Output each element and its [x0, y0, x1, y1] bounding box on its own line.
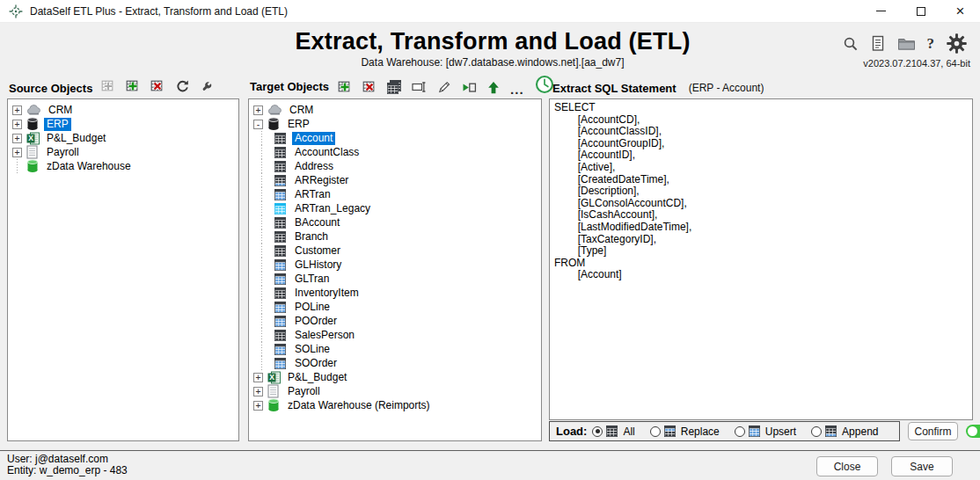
minimize-icon[interactable] [861, 0, 901, 22]
tree-item-label[interactable]: GLHistory [292, 258, 344, 272]
tree-item-label[interactable]: Branch [292, 230, 331, 244]
collapse-icon[interactable]: - [253, 120, 263, 129]
tree-item-p-l-budget[interactable]: +XP&L_Budget [8, 131, 238, 145]
run-icon[interactable] [462, 81, 477, 94]
tree-item-arregister[interactable]: ARRegister [249, 173, 541, 187]
maximize-icon[interactable] [901, 0, 940, 22]
radio-upsert[interactable] [735, 426, 745, 437]
tree-item-label[interactable]: POOrder [292, 315, 340, 328]
tree-item-baccount[interactable]: BAccount [249, 215, 541, 229]
tree-item-poorder[interactable]: POOrder [249, 314, 541, 328]
tree-item-gltran[interactable]: GLTran [249, 272, 541, 286]
load-option-replace[interactable]: Replace [650, 425, 720, 438]
tree-item-label[interactable]: zData Warehouse [44, 160, 134, 173]
tree-item-label[interactable]: AccountClass [292, 146, 362, 159]
tree-item-accountclass[interactable]: AccountClass [249, 145, 541, 159]
save-button[interactable]: Save [891, 456, 953, 476]
tree-item-label[interactable]: SOOrder [292, 357, 340, 370]
more-icon[interactable]: ... [510, 85, 524, 94]
tree-item-artran-legacy[interactable]: ARTran_Legacy [249, 201, 541, 215]
tree-item-label[interactable]: Account [292, 132, 335, 145]
load-option-all[interactable]: All [592, 425, 634, 438]
edit-pencil-icon[interactable] [437, 80, 451, 94]
tree-item-label[interactable]: zData Warehouse (Reimports) [285, 399, 433, 412]
expand-icon[interactable]: + [12, 105, 22, 115]
add-source-icon[interactable] [126, 79, 140, 93]
tree-item-p-l-budget[interactable]: +XP&L_Budget [249, 370, 541, 384]
tree-item-inventoryitem[interactable]: InventoryItem [249, 286, 541, 300]
tree-item-label[interactable]: Customer [292, 244, 343, 258]
tree-item-soorder[interactable]: SOOrder [249, 356, 541, 370]
radio-replace[interactable] [650, 426, 661, 437]
tree-item-label[interactable]: CRM [287, 104, 316, 117]
tree-item-customer[interactable]: Customer [249, 244, 541, 258]
expand-icon[interactable]: + [12, 120, 22, 129]
add-source-disabled-icon[interactable] [101, 79, 115, 93]
tree-item-poline[interactable]: POLine [249, 300, 541, 314]
settings-gear-icon[interactable] [946, 33, 968, 55]
target-objects-tree[interactable]: +CRM-ERPAccountAccountClassAddressARRegi… [248, 98, 542, 441]
confirm-button[interactable]: Confirm [908, 422, 957, 440]
close-icon[interactable]: × [940, 0, 980, 22]
tree-item-crm[interactable]: +CRM [8, 103, 238, 117]
tree-item-label[interactable]: CRM [46, 104, 75, 117]
schedule-clock-icon[interactable] [535, 75, 554, 94]
confirm-toggle[interactable] [966, 425, 980, 438]
tree-item-label[interactable]: ARTran [292, 188, 333, 201]
tree-item-label[interactable]: SOLine [292, 343, 333, 356]
expand-icon[interactable]: + [253, 373, 263, 382]
tree-item-glhistory[interactable]: GLHistory [249, 258, 541, 272]
sql-statement-editor[interactable]: SELECT [AccountCD], [AccountClassID], [A… [549, 98, 973, 420]
load-option-append[interactable]: Append [811, 425, 878, 438]
expand-icon[interactable]: + [253, 387, 263, 396]
tree-item-account[interactable]: Account [249, 131, 541, 145]
expand-icon[interactable]: + [253, 401, 263, 411]
tree-item-label[interactable]: ARTran_Legacy [292, 202, 373, 215]
tree-item-label[interactable]: POLine [292, 301, 333, 314]
rename-icon[interactable] [412, 80, 427, 94]
folder-icon[interactable] [897, 36, 916, 51]
tree-item-label[interactable]: GLTran [292, 273, 332, 286]
expand-icon[interactable]: + [12, 148, 22, 157]
search-icon[interactable] [843, 36, 859, 52]
add-table-icon[interactable] [338, 80, 352, 94]
tree-item-label[interactable]: ERP [44, 118, 71, 131]
tree-item-label[interactable]: InventoryItem [292, 287, 362, 300]
tree-item-label[interactable]: Payroll [44, 146, 82, 159]
tree-item-artran[interactable]: ARTran [249, 187, 541, 201]
tree-item-label[interactable]: Payroll [285, 385, 323, 398]
configure-wrench-icon[interactable] [200, 80, 213, 93]
help-icon[interactable]: ? [927, 35, 935, 53]
tree-item-label[interactable]: ERP [285, 118, 312, 131]
load-option-upsert[interactable]: Upsert [735, 425, 796, 438]
manage-tables-icon[interactable] [387, 80, 401, 94]
refresh-icon[interactable] [175, 79, 189, 93]
tree-item-branch[interactable]: Branch [249, 229, 541, 244]
expand-icon[interactable]: + [12, 134, 22, 143]
tree-item-soline[interactable]: SOLine [249, 342, 541, 356]
tree-item-zdata-warehouse-reimports[interactable]: +zData Warehouse (Reimports) [249, 398, 541, 412]
tree-item-zdata-warehouse[interactable]: zData Warehouse [8, 159, 238, 173]
source-objects-tree[interactable]: +CRM+ERP+XP&L_Budget+PayrollzData Wareho… [7, 98, 239, 441]
expand-icon[interactable]: + [253, 105, 263, 115]
document-icon[interactable] [870, 35, 886, 52]
tree-item-label[interactable]: BAccount [292, 216, 342, 229]
tree-item-payroll[interactable]: +Payroll [8, 145, 238, 159]
tree-item-label[interactable]: Address [292, 160, 336, 173]
upload-icon[interactable] [487, 81, 500, 94]
radio-append[interactable] [811, 426, 822, 437]
delete-table-icon[interactable] [362, 80, 377, 94]
tree-item-erp[interactable]: +ERP [8, 117, 238, 131]
tree-item-crm[interactable]: +CRM [249, 103, 541, 117]
radio-all[interactable] [592, 426, 603, 437]
tree-item-salesperson[interactable]: SalesPerson [249, 328, 541, 342]
tree-item-address[interactable]: Address [249, 159, 541, 173]
tree-item-label[interactable]: P&L_Budget [44, 132, 108, 145]
delete-source-icon[interactable] [150, 79, 165, 93]
tree-item-erp[interactable]: -ERP [249, 117, 541, 131]
tree-item-label[interactable]: SalesPerson [292, 329, 357, 342]
tree-item-label[interactable]: P&L_Budget [285, 371, 349, 384]
tree-item-label[interactable]: ARRegister [292, 174, 351, 187]
close-button[interactable]: Close [816, 456, 878, 476]
tree-item-payroll[interactable]: +Payroll [249, 384, 541, 398]
